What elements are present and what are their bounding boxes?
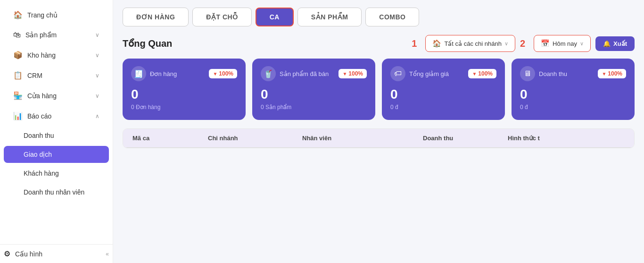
sidebar-item-cua-hang[interactable]: 🏪 Cửa hàng ∨: [4, 86, 109, 105]
tab-ca[interactable]: CA: [256, 8, 294, 26]
sidebar-item-san-pham[interactable]: 🛍 Sản phẩm ∨: [4, 26, 109, 44]
chevron-down-icon: ∨: [95, 32, 99, 38]
stat-badge: ▼ 100%: [468, 69, 496, 78]
stat-badge: ▼ 100%: [339, 69, 367, 78]
chevron-down-icon: ∨: [95, 93, 99, 99]
gear-icon: ⚙: [4, 249, 10, 258]
badge-number-1: 1: [412, 38, 417, 49]
arrow-down-icon: ▼: [342, 71, 347, 76]
box-icon: 📦: [13, 51, 23, 59]
badge-value: 100%: [608, 70, 622, 77]
arrow-down-icon: ▼: [213, 71, 217, 76]
tab-dat-cho[interactable]: ĐẶT CHỖ: [192, 8, 251, 26]
sidebar-item-crm[interactable]: 📋 CRM ∨: [4, 66, 109, 85]
sidebar-subitem-label: Khách hàng: [24, 170, 99, 177]
cup-icon: 🥤: [261, 66, 276, 81]
sidebar-subitem-label: Doanh thu nhân viên: [24, 188, 99, 196]
tab-san-pham[interactable]: SẢN PHẨM: [297, 8, 362, 26]
chevron-down-icon: ∨: [95, 52, 99, 59]
sidebar-item-bao-cao[interactable]: 📊 Báo cáo ∧: [4, 107, 109, 125]
date-label: Hôm nay: [553, 40, 577, 47]
sidebar-item-label: Cửa hàng: [27, 92, 91, 100]
stat-sub: 0 đ: [520, 104, 626, 110]
stat-sub: 0 Đơn hàng: [131, 104, 237, 110]
stat-value: 0: [131, 87, 237, 102]
sidebar-item-label: CRM: [27, 72, 91, 79]
chevron-down-icon: ∨: [580, 41, 584, 47]
arrow-down-icon: ▼: [472, 71, 477, 76]
tab-don-hang[interactable]: ĐƠN HÀNG: [123, 8, 189, 26]
stat-badge: ▼ 100%: [209, 69, 237, 78]
sidebar-bottom-cau-hinh[interactable]: ⚙ Cấu hình «: [0, 244, 113, 263]
main-content: ĐƠN HÀNG ĐẶT CHỖ CA SẢN PHẨM COMBO Tổng …: [113, 0, 644, 263]
stat-badge: ▼ 100%: [598, 69, 626, 78]
stat-sub: 0 Sản phẩm: [261, 104, 367, 110]
sidebar-subitem-label: Doanh thu: [24, 132, 99, 139]
bag-icon: 🛍: [13, 31, 21, 39]
sidebar-item-label: Trang chủ: [27, 11, 99, 19]
sidebar-item-label: Kho hàng: [27, 51, 91, 59]
stat-name: Tổng giảm giá: [409, 70, 449, 77]
chevron-down-icon: ∨: [95, 72, 99, 79]
clipboard-icon: 📋: [13, 71, 23, 80]
stat-name: Doanh thu: [539, 70, 567, 77]
receipt-icon: 🧾: [131, 66, 146, 81]
chevron-down-icon: ∨: [504, 41, 508, 47]
date-selector[interactable]: 📅 Hôm nay ∨: [534, 35, 591, 52]
sidebar-item-label: Báo cáo: [27, 112, 91, 120]
badge-value: 100%: [219, 70, 233, 77]
col-hinh-thuc: Hình thức t: [506, 135, 627, 142]
col-chi-nhanh: Chi nhánh: [206, 135, 300, 142]
stat-name: Sản phẩm đã bán: [280, 70, 329, 77]
bell-icon: 🔔: [603, 40, 611, 47]
section-header: Tổng Quan 1 🏠 Tất cả các chi nhánh ∨ 2 📅…: [123, 35, 635, 52]
stat-card-san-pham-da-ban: 🥤 Sản phẩm đã bán ▼ 100% 0 0 Sản phẩm: [252, 59, 375, 120]
stat-card-don-hang: 🧾 Đơn hàng ▼ 100% 0 0 Đơn hàng: [123, 59, 246, 120]
stat-sub: 0 đ: [390, 104, 496, 110]
sidebar-item-trang-chu[interactable]: 🏠 Trang chủ: [4, 6, 109, 24]
col-doanh-thu: Doanh thu: [421, 135, 506, 142]
table-header-row: Mã ca Chi nhánh Nhân viên Doanh thu Hình…: [123, 129, 634, 148]
chart-icon: 📊: [13, 111, 23, 120]
branch-icon: 🏠: [432, 39, 441, 48]
col-nhan-vien: Nhân viên: [300, 135, 421, 142]
sidebar-subitem-doanh-thu-nhan-vien[interactable]: Doanh thu nhân viên: [4, 184, 109, 201]
badge-value: 100%: [478, 70, 493, 77]
tab-combo[interactable]: COMBO: [365, 8, 419, 26]
store-icon: 🏪: [13, 91, 23, 100]
badge-number-2: 2: [520, 38, 525, 49]
branch-selector[interactable]: 🏠 Tất cả các chi nhánh ∨: [425, 35, 515, 52]
col-ma-ca: Mã ca: [131, 135, 206, 142]
stats-row: 🧾 Đơn hàng ▼ 100% 0 0 Đơn hàng 🥤 Sản phẩ…: [123, 59, 635, 120]
export-label: Xuất: [613, 40, 627, 47]
cau-hinh-label: Cấu hình: [15, 250, 101, 258]
collapse-icon[interactable]: «: [106, 251, 109, 257]
monitor-icon: 🖥: [520, 66, 535, 81]
page-title: Tổng Quan: [123, 38, 412, 49]
badge-value: 100%: [348, 70, 363, 77]
calendar-icon: 📅: [541, 39, 550, 48]
stat-value: 0: [520, 87, 626, 102]
tag-icon: 🏷: [390, 66, 405, 81]
export-button[interactable]: 🔔 Xuất: [595, 36, 635, 51]
home-icon: 🏠: [13, 10, 23, 19]
sidebar-item-kho-hang[interactable]: 📦 Kho hàng ∨: [4, 46, 109, 64]
sidebar-subitem-label: Giao dịch: [24, 151, 99, 158]
stat-name: Đơn hàng: [150, 70, 177, 77]
tab-bar: ĐƠN HÀNG ĐẶT CHỖ CA SẢN PHẨM COMBO: [123, 8, 635, 26]
sidebar: 🏠 Trang chủ 🛍 Sản phẩm ∨ 📦 Kho hàng ∨ 📋 …: [0, 0, 113, 263]
sidebar-subitem-khach-hang[interactable]: Khách hàng: [4, 165, 109, 182]
branch-label: Tất cả các chi nhánh: [444, 40, 502, 47]
header-controls: 1 🏠 Tất cả các chi nhánh ∨ 2 📅 Hôm nay ∨…: [412, 35, 635, 52]
arrow-down-icon: ▼: [602, 71, 606, 76]
sidebar-subitem-doanh-thu[interactable]: Doanh thu: [4, 127, 109, 144]
stat-value: 0: [390, 87, 496, 102]
stat-value: 0: [261, 87, 367, 102]
stat-card-doanh-thu: 🖥 Doanh thu ▼ 100% 0 0 đ: [512, 59, 635, 120]
sidebar-subitem-giao-dich[interactable]: Giao dịch: [4, 146, 109, 163]
stat-card-tong-giam-gia: 🏷 Tổng giảm giá ▼ 100% 0 0 đ: [382, 59, 505, 120]
chevron-up-icon: ∧: [95, 113, 99, 119]
sidebar-item-label: Sản phẩm: [25, 31, 91, 39]
data-table: Mã ca Chi nhánh Nhân viên Doanh thu Hình…: [123, 128, 635, 148]
